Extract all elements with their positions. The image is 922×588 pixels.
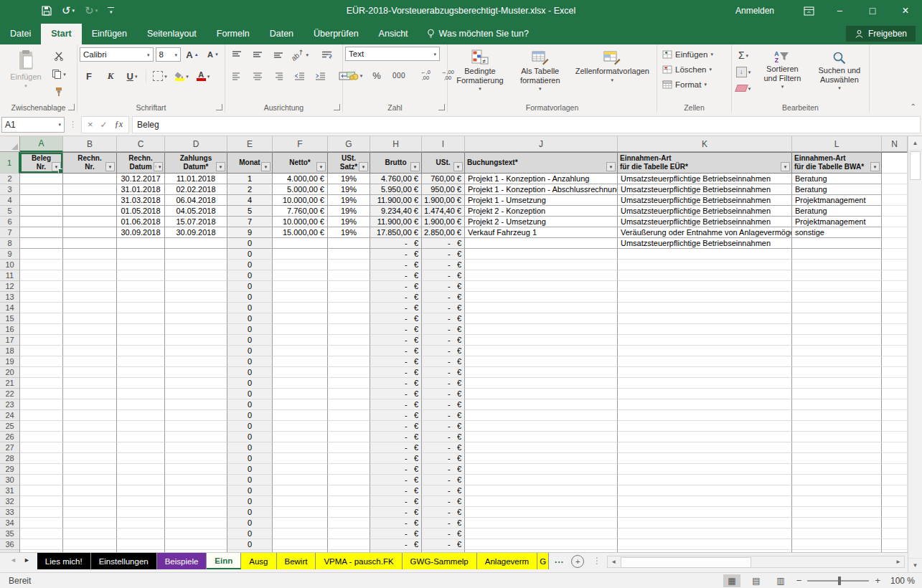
cell-G35[interactable] [328, 528, 370, 539]
cell-K27[interactable] [618, 442, 792, 453]
cell-C7[interactable]: 30.09.2018 [117, 227, 165, 238]
cell-D25[interactable] [165, 421, 227, 432]
cell-H8[interactable]: - € [370, 238, 422, 249]
cell-J33[interactable] [465, 507, 618, 518]
underline-button[interactable]: U▾ [123, 68, 141, 84]
row-header-31[interactable]: 31 [0, 485, 20, 496]
header-cell-C[interactable]: Rechn.Datum↑▼ [117, 152, 165, 174]
row-header-35[interactable]: 35 [0, 528, 20, 539]
cell-J27[interactable] [465, 442, 618, 453]
tab-ansicht[interactable]: Ansicht [369, 24, 418, 44]
fill-color-button[interactable]: ▾ [172, 68, 191, 84]
cell-L11[interactable] [792, 270, 882, 281]
format-cells-button[interactable]: Format▾ [659, 77, 729, 92]
cell-B33[interactable] [63, 507, 117, 518]
header-cell-L[interactable]: Einnahmen-Artfür die Tabelle BWA*▼ [792, 152, 882, 174]
row-header-10[interactable]: 10 [0, 260, 20, 270]
cell-K19[interactable] [618, 356, 792, 367]
cell-F23[interactable] [273, 399, 328, 410]
cell-L32[interactable] [792, 496, 882, 507]
cell-D29[interactable] [165, 464, 227, 475]
cell-N16[interactable] [882, 324, 908, 335]
cell-C30[interactable] [117, 475, 165, 485]
cell-D23[interactable] [165, 399, 227, 410]
cell-N14[interactable] [882, 303, 908, 313]
row-header-36[interactable]: 36 [0, 539, 20, 550]
cell-L34[interactable] [792, 518, 882, 528]
cell-N15[interactable] [882, 313, 908, 324]
cell-K34[interactable] [618, 518, 792, 528]
cell-F17[interactable] [273, 335, 328, 346]
cell-L16[interactable] [792, 324, 882, 335]
cell-H21[interactable]: - € [370, 378, 422, 389]
cell-H6[interactable]: 11.900,00 € [370, 217, 422, 227]
cell-J23[interactable] [465, 399, 618, 410]
cell-A13[interactable] [20, 292, 63, 303]
insert-function-button[interactable]: ƒx [115, 119, 123, 130]
cell-F36[interactable] [273, 539, 328, 550]
cell-K9[interactable] [618, 249, 792, 260]
tab-daten[interactable]: Daten [260, 24, 304, 44]
formula-input[interactable]: Beleg [132, 116, 921, 133]
cell-F20[interactable] [273, 367, 328, 378]
filter-button-E[interactable]: ▼ [261, 162, 271, 171]
cell-F22[interactable] [273, 389, 328, 399]
normal-view-button[interactable]: ▦ [723, 574, 740, 587]
cell-G13[interactable] [328, 292, 370, 303]
cell-B11[interactable] [63, 270, 117, 281]
cell-A21[interactable] [20, 378, 63, 389]
cancel-entry-button[interactable]: × [88, 119, 93, 130]
cell-A35[interactable] [20, 528, 63, 539]
cell-B9[interactable] [63, 249, 117, 260]
cell-F2[interactable]: 4.000,00 € [273, 174, 328, 184]
cell-E34[interactable]: 0 [227, 518, 273, 528]
cell-F28[interactable] [273, 453, 328, 464]
cell-N36[interactable] [882, 539, 908, 550]
copy-button[interactable]: ▾ [50, 66, 68, 82]
cell-G2[interactable]: 19% [328, 174, 370, 184]
cell-L10[interactable] [792, 260, 882, 270]
cell-F8[interactable] [273, 238, 328, 249]
cell-I19[interactable]: - € [422, 356, 465, 367]
cell-A28[interactable] [20, 453, 63, 464]
align-center-button[interactable] [248, 68, 267, 84]
cell-J35[interactable] [465, 528, 618, 539]
cell-E11[interactable]: 0 [227, 270, 273, 281]
align-bottom-button[interactable] [269, 47, 288, 62]
header-cell-I[interactable]: USt.▼ [422, 152, 465, 174]
cell-A33[interactable] [20, 507, 63, 518]
cell-E5[interactable]: 5 [227, 206, 273, 217]
cell-E10[interactable]: 0 [227, 260, 273, 270]
cell-N3[interactable] [882, 184, 908, 195]
cell-B29[interactable] [63, 464, 117, 475]
cell-J26[interactable] [465, 432, 618, 442]
row-header-28[interactable]: 28 [0, 453, 20, 464]
cell-N19[interactable] [882, 356, 908, 367]
cell-B10[interactable] [63, 260, 117, 270]
formula-bar-splitter[interactable]: ⋮ [69, 120, 77, 129]
cell-C35[interactable] [117, 528, 165, 539]
row-header-5[interactable]: 5 [0, 206, 20, 217]
cell-L21[interactable] [792, 378, 882, 389]
cell-I26[interactable]: - € [422, 432, 465, 442]
cell-K32[interactable] [618, 496, 792, 507]
cell-B25[interactable] [63, 421, 117, 432]
cell-G22[interactable] [328, 389, 370, 399]
tab-datei[interactable]: Datei [0, 24, 41, 44]
cell-C8[interactable] [117, 238, 165, 249]
cell-E29[interactable]: 0 [227, 464, 273, 475]
cell-L13[interactable] [792, 292, 882, 303]
sort-filter-button[interactable]: AZ Sortieren und Filtern ▾ [756, 47, 809, 101]
cell-G26[interactable] [328, 432, 370, 442]
redo-button[interactable]: ↻▾ [85, 4, 98, 17]
cell-E26[interactable]: 0 [227, 432, 273, 442]
cell-H32[interactable]: - € [370, 496, 422, 507]
cell-B16[interactable] [63, 324, 117, 335]
cell-L7[interactable]: sonstige [792, 227, 882, 238]
row-header-26[interactable]: 26 [0, 432, 20, 442]
cell-A23[interactable] [20, 399, 63, 410]
cell-C23[interactable] [117, 399, 165, 410]
cell-C36[interactable] [117, 539, 165, 550]
cell-G4[interactable]: 19% [328, 195, 370, 206]
header-cell-N[interactable] [882, 152, 908, 174]
